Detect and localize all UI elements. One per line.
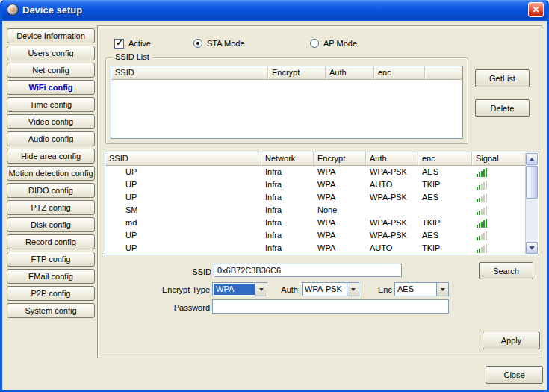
sta-mode-label: STA Mode [207,39,245,49]
scroll-down-icon[interactable] [526,242,538,254]
chevron-down-icon[interactable] [436,283,448,296]
password-input[interactable] [212,299,449,314]
column-header-encrypt[interactable]: Encrypt [268,66,326,80]
auth-label: Auth [274,284,298,295]
titlebar[interactable]: Device setup ✕ [2,0,547,21]
cell-auth: WPA-PSK [366,191,418,204]
column-header-enc[interactable]: enc [418,152,472,166]
cell-auth [366,204,418,217]
ssid-input[interactable]: 0x6B72C3B36C6 [214,264,402,277]
ap-mode-radio[interactable] [310,39,319,48]
encrypt-type-label: Encrypt Type [141,284,210,295]
cell-ssid: UP [105,178,261,191]
encrypt-type-value: WPA [214,284,255,295]
sidebar-item-motion-detection-config[interactable]: Motion detection config [7,166,95,181]
cell-enc: TKIP [418,178,472,191]
cell-encrypt: WPA [314,242,366,255]
chevron-down-icon[interactable] [347,283,359,296]
delete-button[interactable]: Delete [475,99,530,117]
sidebar-item-email-config[interactable]: EMail config [7,269,95,284]
network-row[interactable]: UP Infra WPA WPA-PSK AES [105,166,539,178]
network-row[interactable]: UP Infra WPA AUTO TKIP [105,178,539,191]
sidebar-item-dido-config[interactable]: DIDO config [7,183,95,198]
sidebar-nav: Device Information Users config Net conf… [7,28,95,318]
device-setup-window: Device setup ✕ Device Information Users … [0,0,549,392]
sidebar-item-users-config[interactable]: Users config [7,46,95,60]
cell-encrypt: None [314,204,366,217]
scroll-up-icon[interactable] [526,153,538,165]
signal-bars-icon [472,217,527,229]
ssid-list-header-row: SSID Encrypt Auth enc [111,66,462,80]
cell-ssid: UP [105,191,261,204]
signal-bars-icon [472,204,527,217]
sidebar-item-time-config[interactable]: Time config [7,97,95,112]
sidebar-item-ptz-config[interactable]: PTZ config [7,200,95,215]
cell-enc: AES [418,166,472,178]
cell-auth: WPA-PSK [366,217,418,229]
sidebar-item-system-config[interactable]: System config [7,303,95,318]
column-header-network[interactable]: Network [261,152,314,166]
sidebar-item-disk-config[interactable]: Disk config [7,217,95,232]
cell-encrypt: WPA [314,229,366,242]
column-header-signal[interactable]: Signal [472,152,527,166]
cell-network: Infra [261,229,314,242]
network-row[interactable]: UP Infra WPA WPA-PSK AES [105,229,539,242]
cell-encrypt: WPA [314,217,366,229]
search-button[interactable]: Search [479,262,533,279]
column-header-enc[interactable]: enc [374,66,425,80]
sidebar-item-wifi-config[interactable]: WiFi config [7,80,95,95]
cell-auth: AUTO [366,242,418,255]
sidebar-item-net-config[interactable]: Net config [7,63,95,78]
column-header-auth[interactable]: Auth [326,66,374,80]
sidebar-item-p2p-config[interactable]: P2P config [7,286,95,301]
apply-button[interactable]: Apply [483,332,540,349]
sidebar-item-ftp-config[interactable]: FTP config [7,252,95,267]
cell-ssid: UP [105,229,261,242]
radio-dot-icon [196,42,199,45]
sidebar-item-hide-area-config[interactable]: Hide area config [7,149,95,164]
sidebar-item-audio-config[interactable]: Audio config [7,131,95,146]
column-header-ssid[interactable]: SSID [111,66,268,80]
close-button[interactable]: Close [486,366,543,384]
enc-dropdown[interactable]: AES [394,282,449,296]
sidebar-item-device-information[interactable]: Device Information [7,28,95,43]
cell-ssid: UP [105,166,261,178]
ssid-list-group-label: SSID List [112,52,152,61]
column-header-encrypt[interactable]: Encrypt [314,152,366,166]
chevron-down-icon[interactable] [255,283,267,296]
column-header-auth[interactable]: Auth [366,152,418,166]
cell-encrypt: WPA [314,191,366,204]
auth-dropdown[interactable]: WPA-PSK [302,282,359,296]
auth-value: WPA-PSK [303,283,347,296]
scrollbar-thumb[interactable] [526,166,538,199]
cell-network: Infra [261,204,314,217]
scrollbar[interactable] [525,153,538,254]
network-row[interactable]: UP Infra WPA AUTO TKIP [105,242,539,255]
signal-bars-icon [472,191,527,204]
cell-ssid: UP [105,242,261,255]
cell-network: Infra [261,217,314,229]
sidebar-item-record-config[interactable]: Record config [7,234,95,249]
network-row[interactable]: SM Infra None [105,204,539,217]
sidebar-item-video-config[interactable]: Video config [7,114,95,129]
close-icon[interactable]: ✕ [528,2,544,17]
signal-bars-icon [472,178,527,191]
cell-enc: TKIP [418,217,472,229]
network-row[interactable]: md Infra WPA WPA-PSK TKIP [105,217,539,229]
cell-ssid: SM [105,204,261,217]
getlist-button[interactable]: GetList [475,69,530,87]
ap-mode-label: AP Mode [323,39,357,49]
enc-label: Enc [370,284,392,295]
signal-bars-icon [472,166,527,178]
network-row[interactable]: UP Infra WPA WPA-PSK AES [105,191,539,204]
check-icon: ✓ [116,37,123,48]
sta-mode-radio[interactable] [193,39,202,48]
window-title: Device setup [22,4,82,16]
dialog-body: Device Information Users config Net conf… [2,21,547,390]
signal-bars-icon [472,242,527,255]
column-header-ssid[interactable]: SSID [105,152,261,166]
encrypt-type-dropdown[interactable]: WPA [212,282,267,296]
wifi-config-panel: ✓ Active STA Mode AP Mode SSID List SSID… [97,25,542,358]
active-checkbox[interactable]: ✓ [114,39,124,49]
column-header-filler [425,66,462,80]
